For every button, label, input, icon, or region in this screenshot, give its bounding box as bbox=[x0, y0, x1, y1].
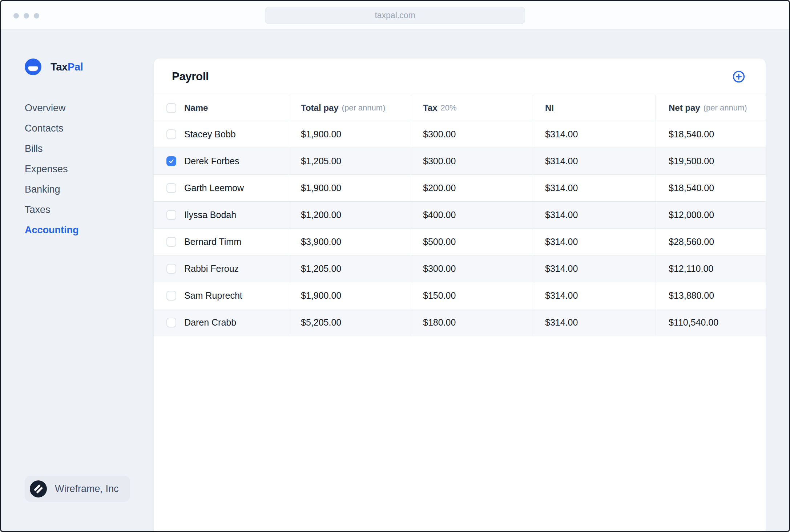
ni-value: $314.00 bbox=[532, 148, 656, 174]
table-body: Stacey Bobb $1,900.00 $300.00 $314.00 $1… bbox=[154, 121, 766, 336]
table-header-row: Name Total pay (per annum) Tax 20% NI Ne bbox=[154, 95, 766, 121]
payroll-card-header: Payroll bbox=[154, 59, 766, 95]
table-row: Bernard Timm $3,900.00 $500.00 $314.00 $… bbox=[154, 229, 766, 255]
window-minimize-button[interactable] bbox=[24, 13, 29, 19]
table-row: Derek Forbes $1,205.00 $300.00 $314.00 $… bbox=[154, 148, 766, 175]
total-pay-value: $1,900.00 bbox=[288, 121, 410, 148]
sidebar-item-taxes[interactable]: Taxes bbox=[25, 200, 154, 220]
net-pay-value: $18,540.00 bbox=[656, 175, 766, 201]
sidebar-item-bills[interactable]: Bills bbox=[25, 138, 154, 159]
tax-value: $300.00 bbox=[410, 255, 532, 282]
tax-value: $300.00 bbox=[410, 148, 532, 174]
table-row: Sam Ruprecht $1,900.00 $150.00 $314.00 $… bbox=[154, 282, 766, 309]
window-maximize-button[interactable] bbox=[34, 13, 39, 19]
row-checkbox[interactable] bbox=[166, 291, 176, 301]
ni-value: $314.00 bbox=[532, 255, 656, 282]
total-pay-value: $1,205.00 bbox=[288, 255, 410, 282]
total-pay-value: $1,900.00 bbox=[288, 282, 410, 309]
row-checkbox[interactable] bbox=[166, 156, 176, 166]
sidebar-item-overview[interactable]: Overview bbox=[25, 98, 154, 118]
sidebar-item-expenses[interactable]: Expenses bbox=[25, 159, 154, 179]
ni-value: $314.00 bbox=[532, 175, 656, 201]
sidebar-item-accounting[interactable]: Accounting bbox=[25, 220, 154, 240]
ni-value: $314.00 bbox=[532, 229, 656, 255]
column-header-ni: NI bbox=[532, 95, 656, 121]
row-checkbox[interactable] bbox=[166, 237, 176, 247]
table-row: Garth Leemow $1,900.00 $200.00 $314.00 $… bbox=[154, 175, 766, 202]
tax-value: $500.00 bbox=[410, 229, 532, 255]
net-pay-value: $13,880.00 bbox=[656, 282, 766, 309]
net-pay-value: $18,540.00 bbox=[656, 121, 766, 148]
total-pay-value: $1,205.00 bbox=[288, 148, 410, 174]
ni-value: $314.00 bbox=[532, 282, 656, 309]
employee-name: Bernard Timm bbox=[184, 237, 241, 247]
brand-name: TaxPal bbox=[51, 61, 83, 73]
row-checkbox[interactable] bbox=[166, 210, 176, 220]
column-header-total-pay: Total pay (per annum) bbox=[288, 95, 410, 121]
employee-name: Ilyssa Bodah bbox=[184, 210, 236, 220]
add-payroll-button[interactable] bbox=[732, 70, 745, 83]
sidebar-item-contacts[interactable]: Contacts bbox=[25, 118, 154, 138]
table-row: Ilyssa Bodah $1,200.00 $400.00 $314.00 $… bbox=[154, 202, 766, 229]
row-checkbox[interactable] bbox=[166, 264, 176, 274]
total-pay-value: $5,205.00 bbox=[288, 309, 410, 336]
tax-value: $200.00 bbox=[410, 175, 532, 201]
table-row: Daren Crabb $5,205.00 $180.00 $314.00 $1… bbox=[154, 309, 766, 336]
sidebar-nav: Overview Contacts Bills Expenses Banking… bbox=[25, 98, 154, 240]
tax-value: $300.00 bbox=[410, 121, 532, 148]
column-header-net-pay: Net pay (per annum) bbox=[656, 95, 766, 121]
sidebar-item-banking[interactable]: Banking bbox=[25, 179, 154, 200]
employee-name: Daren Crabb bbox=[184, 317, 236, 328]
app-window: taxpal.com TaxPal Overview Contacts Bill… bbox=[0, 0, 790, 532]
browser-topbar: taxpal.com bbox=[1, 1, 789, 30]
total-pay-value: $1,900.00 bbox=[288, 175, 410, 201]
main-content: Payroll Name bbox=[154, 30, 789, 531]
sidebar: TaxPal Overview Contacts Bills Expenses … bbox=[1, 30, 154, 531]
row-checkbox[interactable] bbox=[166, 318, 176, 327]
net-pay-value: $12,110.00 bbox=[656, 255, 766, 282]
plus-circle-icon bbox=[732, 70, 745, 83]
company-switcher[interactable]: Wireframe, Inc bbox=[25, 476, 130, 502]
column-header-name: Name bbox=[154, 95, 288, 121]
employee-name: Garth Leemow bbox=[184, 183, 244, 193]
taxpal-logo-icon bbox=[25, 59, 41, 75]
tax-value: $180.00 bbox=[410, 309, 532, 336]
row-checkbox[interactable] bbox=[166, 183, 176, 193]
column-header-tax: Tax 20% bbox=[410, 95, 532, 121]
ni-value: $314.00 bbox=[532, 309, 656, 336]
table-row: Stacey Bobb $1,900.00 $300.00 $314.00 $1… bbox=[154, 121, 766, 148]
net-pay-value: $19,500.00 bbox=[656, 148, 766, 174]
window-close-button[interactable] bbox=[13, 13, 19, 19]
payroll-card: Payroll Name bbox=[154, 59, 766, 531]
ni-value: $314.00 bbox=[532, 202, 656, 228]
row-checkbox[interactable] bbox=[166, 129, 176, 139]
wireframe-logo-icon bbox=[30, 480, 47, 497]
company-name: Wireframe, Inc bbox=[55, 483, 119, 495]
table-row: Rabbi Ferouz $1,205.00 $300.00 $314.00 $… bbox=[154, 255, 766, 282]
window-controls bbox=[13, 13, 39, 19]
total-pay-value: $3,900.00 bbox=[288, 229, 410, 255]
employee-name: Derek Forbes bbox=[184, 156, 239, 166]
net-pay-value: $110,540.00 bbox=[656, 309, 766, 336]
tax-value: $150.00 bbox=[410, 282, 532, 309]
tax-value: $400.00 bbox=[410, 202, 532, 228]
net-pay-value: $12,000.00 bbox=[656, 202, 766, 228]
page-title: Payroll bbox=[172, 70, 209, 83]
total-pay-value: $1,200.00 bbox=[288, 202, 410, 228]
employee-name: Stacey Bobb bbox=[184, 129, 236, 140]
brand: TaxPal bbox=[25, 59, 154, 75]
employee-name: Sam Ruprecht bbox=[184, 290, 242, 301]
net-pay-value: $28,560.00 bbox=[656, 229, 766, 255]
select-all-checkbox[interactable] bbox=[166, 103, 176, 113]
address-bar-url: taxpal.com bbox=[375, 11, 415, 20]
employee-name: Rabbi Ferouz bbox=[184, 263, 239, 274]
ni-value: $314.00 bbox=[532, 121, 656, 148]
address-bar[interactable]: taxpal.com bbox=[265, 7, 525, 24]
